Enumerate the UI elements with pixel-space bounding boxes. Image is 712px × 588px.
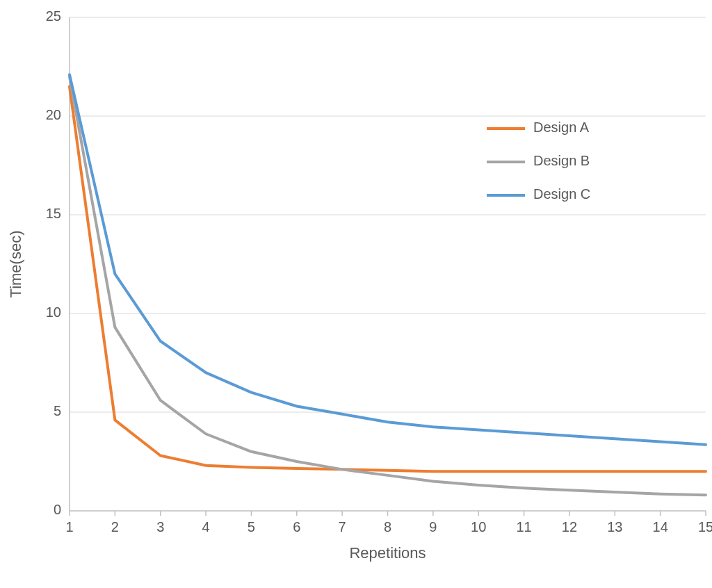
y-tick-label: 25 [46,8,61,24]
x-tick-label: 10 [471,519,486,534]
x-tick-label: 4 [202,519,210,534]
x-tick-label: 14 [653,519,668,534]
x-tick-label: 11 [516,519,531,534]
series-line-0 [70,86,706,471]
x-tick-label: 3 [156,519,164,534]
legend-label-1: Design B [533,153,590,168]
legend-label-2: Design C [533,186,590,202]
x-tick-label: 13 [607,519,622,534]
y-axis-title: Time(sec) [7,231,24,298]
line-chart: 0510152025123456789101112131415Repetitio… [0,0,712,588]
x-tick-label: 8 [384,519,391,534]
x-tick-label: 1 [65,519,73,534]
series-line-2 [70,74,706,445]
legend-label-0: Design A [533,120,590,135]
x-tick-label: 12 [562,519,577,534]
x-tick-label: 2 [111,519,119,534]
x-axis-title: Repetitions [349,544,426,562]
chart-container: 0510152025123456789101112131415Repetitio… [0,0,712,588]
x-tick-label: 15 [698,519,712,534]
x-tick-label: 7 [339,519,346,534]
y-tick-label: 5 [54,403,61,418]
x-tick-label: 5 [248,519,255,534]
y-tick-label: 20 [46,107,61,122]
y-tick-label: 0 [54,502,61,517]
y-tick-label: 10 [46,304,61,320]
x-tick-label: 9 [429,519,437,534]
series-line-1 [70,76,706,495]
y-tick-label: 15 [46,206,61,221]
x-tick-label: 6 [293,519,300,534]
